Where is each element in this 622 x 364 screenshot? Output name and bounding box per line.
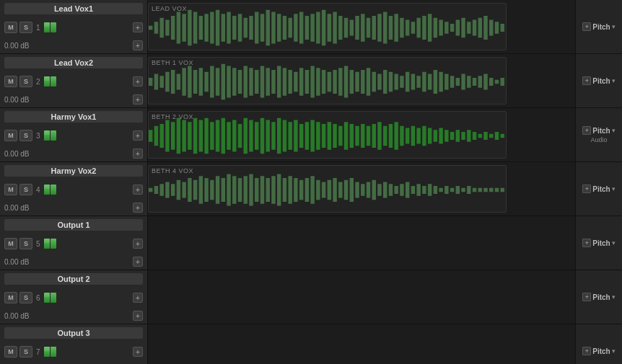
svg-rect-253 — [489, 188, 493, 192]
solo-button-1[interactable]: S — [19, 76, 32, 87]
svg-rect-109 — [400, 76, 403, 88]
svg-rect-55 — [456, 20, 460, 36]
expand-button2-1[interactable]: + — [133, 94, 143, 105]
svg-rect-195 — [165, 182, 169, 198]
pitch-add-button-0[interactable]: + — [582, 22, 591, 31]
mute-button-6[interactable]: M — [4, 346, 17, 358]
svg-rect-117 — [444, 74, 448, 90]
svg-rect-1 — [154, 22, 158, 34]
pitch-label-0: Pitch — [592, 23, 610, 31]
expand-button-1[interactable]: + — [133, 76, 143, 86]
expand-button2-2[interactable]: + — [133, 148, 143, 159]
pitch-arrow-1[interactable]: ▾ — [612, 77, 616, 84]
svg-rect-128 — [149, 130, 152, 142]
expand-button-3[interactable]: + — [133, 185, 143, 195]
svg-rect-137 — [199, 120, 203, 152]
volume-label-3: 0.00 dB — [4, 204, 29, 212]
pitch-add-button-4[interactable]: + — [582, 239, 591, 247]
clip-3[interactable]: BETH 4 VOX — [148, 165, 507, 213]
mute-button-2[interactable]: M — [4, 130, 17, 141]
expand-button2-4[interactable]: + — [133, 257, 143, 267]
svg-rect-166 — [361, 124, 364, 148]
volume-row-1: 0.00 dB+ — [4, 94, 143, 105]
svg-rect-202 — [204, 178, 208, 202]
solo-button-3[interactable]: S — [19, 184, 32, 195]
clip-1[interactable]: BETH 1 VOX — [148, 57, 507, 105]
expand-button-2[interactable]: + — [133, 130, 143, 141]
clip-0[interactable]: LEAD VOX — [148, 3, 507, 50]
svg-rect-86 — [271, 70, 275, 94]
svg-rect-113 — [422, 72, 426, 92]
pitch-arrow-2[interactable]: ▾ — [612, 127, 616, 134]
svg-rect-17 — [244, 18, 248, 38]
svg-rect-26 — [294, 14, 297, 42]
svg-rect-171 — [389, 124, 393, 148]
svg-rect-165 — [355, 126, 359, 146]
mute-button-0[interactable]: M — [4, 22, 17, 33]
mute-button-1[interactable]: M — [4, 76, 17, 87]
expand-button2-5[interactable]: + — [133, 311, 143, 321]
svg-rect-183 — [456, 130, 460, 142]
svg-rect-116 — [439, 72, 442, 92]
pitch-arrow-5[interactable]: ▾ — [612, 293, 616, 301]
svg-rect-42 — [383, 12, 387, 44]
svg-rect-15 — [232, 16, 236, 40]
solo-button-2[interactable]: S — [19, 130, 32, 141]
svg-rect-99 — [344, 66, 348, 98]
svg-rect-154 — [294, 120, 297, 152]
solo-button-0[interactable]: S — [19, 22, 32, 33]
svg-rect-239 — [411, 186, 415, 194]
pitch-arrow-0[interactable]: ▾ — [612, 23, 616, 30]
svg-rect-140 — [216, 120, 219, 152]
svg-rect-60 — [483, 16, 487, 40]
expand-button-6[interactable]: + — [133, 347, 143, 357]
pitch-label-6: Pitch — [592, 347, 610, 355]
pitch-add-button-1[interactable]: + — [582, 76, 591, 85]
solo-button-5[interactable]: S — [19, 292, 32, 303]
svg-rect-194 — [159, 184, 163, 196]
svg-rect-47 — [411, 22, 415, 34]
expand-button-4[interactable]: + — [133, 239, 143, 249]
svg-rect-223 — [322, 182, 325, 198]
clip-label-3: BETH 4 VOX — [152, 167, 193, 174]
expand-button2-0[interactable]: + — [133, 40, 143, 50]
track-name-5: Output 2 — [4, 273, 143, 285]
svg-rect-127 — [501, 78, 504, 86]
svg-rect-80 — [238, 70, 242, 94]
svg-rect-255 — [501, 188, 504, 192]
expand-button-0[interactable]: + — [133, 22, 143, 32]
solo-button-4[interactable]: S — [19, 238, 32, 249]
pitch-add-button-5[interactable]: + — [582, 293, 591, 301]
meter-left-5 — [44, 293, 50, 303]
svg-rect-100 — [350, 70, 354, 94]
svg-rect-76 — [216, 68, 219, 96]
pitch-arrow-4[interactable]: ▾ — [612, 239, 616, 247]
clip-2[interactable]: BETH 2 VOX — [148, 111, 507, 159]
svg-rect-173 — [400, 126, 403, 146]
track-lane-1: BETH 1 VOX — [148, 54, 575, 108]
expand-button2-3[interactable]: + — [133, 203, 143, 213]
svg-rect-108 — [394, 74, 398, 90]
svg-rect-208 — [238, 178, 242, 202]
mute-button-4[interactable]: M — [4, 238, 17, 249]
solo-button-6[interactable]: S — [19, 346, 32, 358]
expand-button-5[interactable]: + — [133, 293, 143, 303]
svg-rect-125 — [489, 78, 493, 86]
pitch-add-button-2[interactable]: + — [582, 126, 591, 135]
svg-rect-131 — [165, 120, 169, 152]
pitch-cell-3: +Pitch▾ — [576, 162, 622, 216]
mute-button-3[interactable]: M — [4, 184, 17, 195]
track-name-3: Harmy Vox2 — [4, 165, 143, 177]
meter-left-0 — [44, 22, 50, 32]
meter-left-1 — [44, 76, 50, 86]
svg-rect-103 — [367, 68, 370, 96]
pitch-arrow-3[interactable]: ▾ — [612, 185, 616, 192]
track-header-4: Output 1MS5+0.00 dB+ — [0, 216, 147, 270]
mute-button-5[interactable]: M — [4, 292, 17, 303]
svg-rect-242 — [428, 184, 432, 196]
pitch-add-button-6[interactable]: + — [582, 347, 591, 355]
svg-rect-170 — [383, 126, 387, 146]
svg-rect-160 — [328, 122, 331, 150]
pitch-arrow-6[interactable]: ▾ — [612, 347, 616, 355]
pitch-add-button-3[interactable]: + — [582, 185, 591, 193]
